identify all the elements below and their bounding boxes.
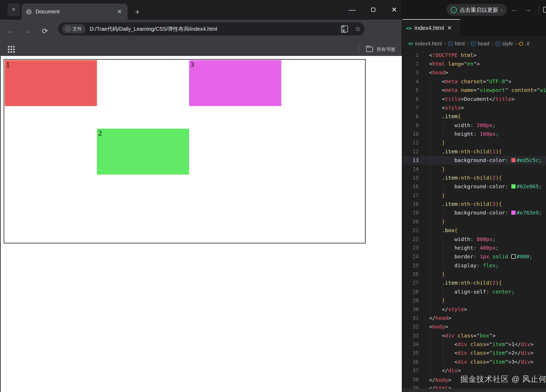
code-line: 21 .box{ (402, 226, 546, 235)
line-number: 11 (402, 140, 419, 145)
reload-button[interactable]: ⟳ (39, 25, 50, 36)
maximize-icon (371, 8, 375, 12)
code-line: 27 .item:nth-child(2){ (402, 279, 546, 287)
line-number: 3 (402, 70, 419, 75)
download-circle-icon: ↓ (451, 7, 457, 13)
window-controls: — ✕ (348, 5, 399, 14)
line-number: 31 (402, 315, 419, 321)
color-swatch[interactable] (511, 158, 516, 162)
line-number: 4 (402, 79, 419, 84)
url-text[interactable]: D:/Trae代码/Daily_Learning/CSS/弹性布局/index4… (90, 25, 339, 33)
tab-search-chevron-button[interactable]: ˅ (7, 3, 20, 16)
tab-close-icon[interactable]: ✕ (116, 8, 123, 16)
flex-item-3: 3 (189, 60, 281, 106)
line-number: 29 (402, 297, 419, 303)
minimize-button[interactable]: — (348, 5, 357, 14)
editor-forward-button[interactable]: → (523, 5, 533, 14)
code-line: 29 } (402, 296, 546, 305)
maximize-button[interactable] (369, 5, 378, 14)
code-line: 16 background-color: #62e965; (402, 182, 546, 191)
titlebar-divider (539, 6, 539, 15)
line-number: 36 (402, 359, 419, 365)
line-number: 23 (402, 245, 419, 251)
new-tab-button[interactable]: + (133, 7, 142, 17)
symbol-cube-icon (471, 41, 476, 46)
breadcrumb-item-head[interactable]: head (471, 41, 490, 47)
all-bookmarks-label: 所有书签 (377, 46, 396, 53)
file-scheme-chip[interactable]: i 文件 (62, 24, 86, 34)
code-brackets-icon: <> (408, 41, 413, 46)
line-number: 14 (402, 166, 419, 172)
forward-button[interactable]: → (22, 25, 33, 36)
breadcrumb-label: .it (525, 41, 529, 47)
close-button[interactable]: ✕ (390, 5, 399, 14)
bookmark-star-icon[interactable]: ☆ (355, 25, 361, 33)
symbol-cube-icon (448, 41, 453, 46)
code-editor-area[interactable]: 1<!DOCTYPE html>2<html lang="en">3<head>… (402, 51, 546, 392)
info-icon: i (66, 27, 70, 31)
breadcrumb-separator-icon: › (444, 41, 446, 46)
code-line: 33 <div class="box"> (402, 331, 546, 340)
breadcrumb: <>index4.html›html›head›style›.it (402, 36, 546, 51)
code-line: 30 </style> (402, 305, 546, 313)
chevron-down-icon: ˅ (12, 6, 15, 13)
flex-item-1: 1 (5, 60, 97, 106)
breadcrumb-item-style[interactable]: style (496, 41, 513, 47)
restart-to-update-button[interactable]: ↓ 点击重启以更新 › (446, 4, 507, 16)
breadcrumb-label: index4.html (415, 41, 442, 47)
browser-tab-document[interactable]: Document ✕ (22, 4, 128, 20)
code-line: 25 display: flex; (402, 261, 546, 270)
code-editor-window: ↓ 点击重启以更新 › ← → <> index4.html ✕ <>index… (402, 0, 546, 392)
line-number: 38 (402, 377, 419, 382)
symbol-class-icon (518, 41, 524, 46)
line-number: 6 (402, 96, 419, 102)
editor-status-bar (402, 389, 546, 392)
line-number: 37 (402, 368, 419, 373)
color-swatch[interactable] (511, 184, 516, 189)
line-number: 5 (402, 87, 419, 93)
code-line: 12 .item:nth-child(1){ (402, 147, 546, 156)
line-number: 16 (402, 184, 419, 189)
editor-tab-close-icon[interactable]: ✕ (447, 25, 452, 32)
all-bookmarks-button[interactable]: 所有书签 (359, 43, 396, 56)
line-number: 2 (402, 61, 419, 67)
code-line: 5 <meta name="viewport" content="wid (402, 86, 546, 95)
code-line: 8 .item{ (402, 112, 546, 121)
breadcrumb-item-it[interactable]: .it (519, 41, 529, 47)
flex-item-2: 2 (97, 129, 189, 175)
line-number: 32 (402, 324, 419, 330)
color-swatch[interactable] (511, 254, 516, 259)
address-bar-actions: G文 ☆ (341, 25, 361, 33)
code-line: 2<html lang="en"> (402, 59, 546, 68)
browser-tab-strip: ˅ Document ✕ + — ✕ (0, 0, 402, 20)
translate-icon[interactable]: G文 (341, 25, 348, 32)
code-line: 15 .item:nth-child(2){ (402, 173, 546, 182)
line-number: 10 (402, 131, 419, 137)
editor-tab-index4[interactable]: <> index4.html ✕ (402, 19, 460, 36)
file-chip-label: 文件 (72, 26, 82, 32)
code-line: 38</body>掘金技术社区 @ 风止何安啊 (402, 375, 546, 384)
code-line: 17 } (402, 191, 546, 200)
line-number: 30 (402, 306, 419, 312)
editor-tab-filename: index4.html (414, 25, 444, 32)
address-bar[interactable]: i 文件 D:/Trae代码/Daily_Learning/CSS/弹性布局/i… (58, 22, 365, 35)
back-button[interactable]: ← (5, 25, 16, 36)
line-number: 8 (402, 113, 419, 119)
code-line: 22 width: 800px; (402, 235, 546, 243)
code-line: 11 } (402, 138, 546, 147)
line-number: 7 (402, 105, 419, 111)
breadcrumb-item-html[interactable]: html (448, 41, 465, 47)
breadcrumb-item-index4html[interactable]: <>index4.html (408, 41, 442, 47)
editor-back-button[interactable]: ← (510, 5, 519, 14)
panel-layout-icon[interactable] (543, 7, 546, 13)
line-number: 26 (402, 271, 419, 277)
folder-icon (366, 47, 373, 52)
color-swatch[interactable] (511, 211, 516, 215)
line-number: 35 (402, 350, 419, 356)
breadcrumb-label: style (502, 41, 513, 47)
flex-container-box: 123 (4, 59, 366, 243)
apps-grid-icon[interactable] (8, 46, 15, 53)
line-number: 19 (402, 210, 419, 216)
code-line: 36 <div class="item">3</div> (402, 357, 546, 366)
html-file-icon: <> (406, 25, 412, 31)
